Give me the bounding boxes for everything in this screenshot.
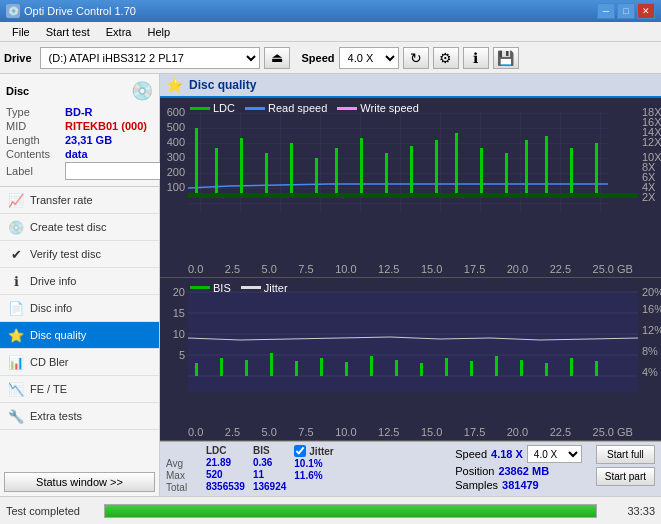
- bis-spike-12: [470, 361, 473, 376]
- drive-select[interactable]: (D:) ATAPI iHBS312 2 PL17: [40, 47, 260, 69]
- y-left-400: 400: [167, 136, 185, 148]
- menubar: File Start test Extra Help: [0, 22, 661, 42]
- sidebar-item-cd-bler[interactable]: 📊 CD Bler: [0, 349, 159, 376]
- bis-spike-11: [445, 358, 448, 376]
- sidebar-item-disc-quality[interactable]: ⭐ Disc quality: [0, 322, 159, 349]
- eject-button[interactable]: ⏏: [264, 47, 290, 69]
- speed-select[interactable]: 4.0 X: [339, 47, 399, 69]
- refresh-button[interactable]: ↻: [403, 47, 429, 69]
- sidebar-item-fe-te[interactable]: 📉 FE / TE: [0, 376, 159, 403]
- stats-bis-col: BIS 0.36 11 136924: [253, 445, 286, 492]
- disc-length-row: Length 23,31 GB: [6, 134, 153, 146]
- speed-row: Speed 4.18 X 4.0 X: [455, 445, 582, 463]
- sidebar-item-drive-info[interactable]: ℹ Drive info: [0, 268, 159, 295]
- jitter-max: 11.6%: [294, 470, 333, 481]
- main-content: ⭐ Disc quality LDC Read speed Write spee…: [160, 74, 661, 496]
- disc-type-label: Type: [6, 106, 61, 118]
- sidebar-item-transfer-rate[interactable]: 📈 Transfer rate: [0, 187, 159, 214]
- ldc-bar-14: [505, 153, 508, 198]
- sidebar-item-create-test-disc[interactable]: 💿 Create test disc: [0, 214, 159, 241]
- position-value: 23862 MB: [498, 465, 549, 477]
- sidebar-item-label: Transfer rate: [30, 194, 93, 206]
- sidebar-item-label: Verify test disc: [30, 248, 101, 260]
- disc-panel-header: Disc 💿: [6, 80, 153, 102]
- y2-left-15: 15: [173, 307, 185, 319]
- y2-right-16pct: 16%: [642, 303, 661, 315]
- bis-spike-13: [495, 356, 498, 376]
- settings-button[interactable]: ⚙: [433, 47, 459, 69]
- disc-type-row: Type BD-R: [6, 106, 153, 118]
- jitter-col-header-row: Jitter: [294, 445, 333, 457]
- position-row: Position 23862 MB: [455, 465, 582, 477]
- ldc-avg: 21.89: [206, 457, 245, 468]
- y-left-600: 600: [167, 106, 185, 118]
- legend-jitter-label: Jitter: [264, 282, 288, 294]
- bis-spike-8: [370, 356, 373, 376]
- bis-spike-9: [395, 360, 398, 376]
- sidebar-item-verify-test-disc[interactable]: ✔ Verify test disc: [0, 241, 159, 268]
- bis-spike-16: [570, 358, 573, 376]
- menu-help[interactable]: Help: [139, 24, 178, 40]
- sidebar-item-label: Disc info: [30, 302, 72, 314]
- y2-right-20pct: 20%: [642, 286, 661, 298]
- bis-spike-17: [595, 361, 598, 376]
- stats-labels-col: Avg Max Total: [166, 445, 198, 493]
- drive-label: Drive: [4, 52, 32, 64]
- menu-extra[interactable]: Extra: [98, 24, 140, 40]
- start-part-button[interactable]: Start part: [596, 467, 655, 486]
- titlebar-controls[interactable]: ─ □ ✕: [597, 3, 655, 19]
- ldc-bar-1: [195, 128, 198, 198]
- info-button[interactable]: ℹ: [463, 47, 489, 69]
- legend-jitter: Jitter: [241, 282, 288, 294]
- read-speed-color: [245, 107, 265, 110]
- y2-right-4pct: 4%: [642, 366, 658, 378]
- jitter-checkbox[interactable]: [294, 445, 306, 457]
- y-left-200: 200: [167, 166, 185, 178]
- ldc-bar-15: [525, 140, 528, 198]
- sidebar-item-disc-info[interactable]: 📄 Disc info: [0, 295, 159, 322]
- chart1-x-axis: 0.0 2.5 5.0 7.5 10.0 12.5 15.0 17.5 20.0…: [188, 263, 633, 275]
- status-window-button[interactable]: Status window >>: [4, 472, 155, 492]
- y2-right-8pct: 8%: [642, 345, 658, 357]
- disc-info-icon: 📄: [8, 300, 24, 316]
- disc-panel-icon: 💿: [131, 80, 153, 102]
- maximize-button[interactable]: □: [617, 3, 635, 19]
- progress-bar-container: [104, 504, 597, 518]
- create-test-disc-icon: 💿: [8, 219, 24, 235]
- disc-contents-value: data: [65, 148, 88, 160]
- sidebar-item-label: Drive info: [30, 275, 76, 287]
- close-button[interactable]: ✕: [637, 3, 655, 19]
- jitter-avg: 10.1%: [294, 458, 333, 469]
- menu-file[interactable]: File: [4, 24, 38, 40]
- ldc-bar-8: [360, 138, 363, 198]
- ldc-chart: LDC Read speed Write speed: [160, 98, 661, 278]
- status-text: Test completed: [6, 505, 96, 517]
- bis-spike-4: [270, 353, 273, 376]
- ldc-max: 520: [206, 469, 245, 480]
- bis-spike-6: [320, 358, 323, 376]
- ldc-bar-2: [215, 148, 218, 198]
- minimize-button[interactable]: ─: [597, 3, 615, 19]
- speed-stat-select[interactable]: 4.0 X: [527, 445, 582, 463]
- samples-value: 381479: [502, 479, 539, 491]
- sidebar-item-extra-tests[interactable]: 🔧 Extra tests: [0, 403, 159, 430]
- disc-mid-label: MID: [6, 120, 61, 132]
- chart2-bg: [188, 292, 638, 392]
- y-left-100: 100: [167, 181, 185, 193]
- start-full-button[interactable]: Start full: [596, 445, 655, 464]
- bis-spike-3: [245, 360, 248, 376]
- y-left-500: 500: [167, 121, 185, 133]
- ldc-baseline: [188, 193, 638, 198]
- menu-start-test[interactable]: Start test: [38, 24, 98, 40]
- disc-panel: Disc 💿 Type BD-R MID RITEKB01 (000) Leng…: [0, 74, 159, 187]
- bis-total: 136924: [253, 481, 286, 492]
- avg-label: Avg: [166, 458, 198, 469]
- y-right-2x: 2X: [642, 191, 656, 203]
- cd-bler-icon: 📊: [8, 354, 24, 370]
- chart2-legend: BIS Jitter: [190, 282, 288, 294]
- save-button[interactable]: 💾: [493, 47, 519, 69]
- chart2-svg: 20 15 10 5 20% 16% 12% 8% 4%: [160, 278, 661, 440]
- bis-max: 11: [253, 469, 286, 480]
- speed-stat-value: 4.18 X: [491, 448, 523, 460]
- total-label: Total: [166, 482, 198, 493]
